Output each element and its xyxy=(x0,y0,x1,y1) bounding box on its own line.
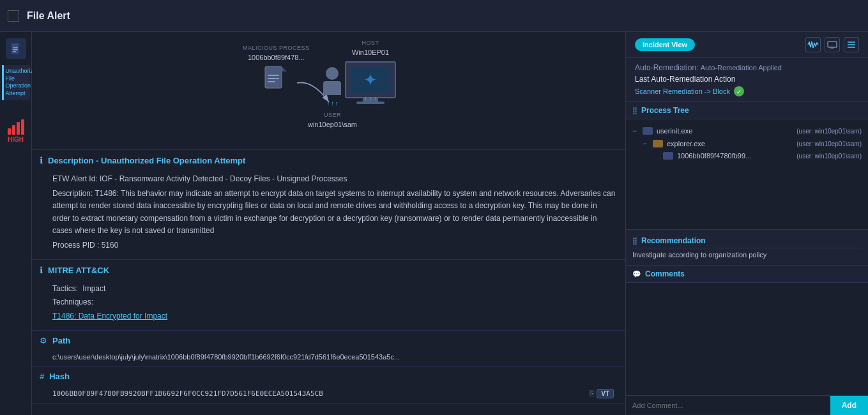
left-sidebar: Unauthorized File Operation Attempt HIGH xyxy=(0,32,32,415)
copy-icon[interactable]: ⎘ xyxy=(590,389,594,398)
malicious-process-value: 1006bb0f89f478... xyxy=(248,54,305,61)
technique-link-row: T1486: Data Encrypted for Impact xyxy=(52,310,616,322)
svg-rect-7 xyxy=(268,81,275,82)
file-document-icon xyxy=(263,64,289,96)
sidebar-alert-item[interactable]: Unauthorized File Operation Attempt xyxy=(2,65,30,100)
hash-title: Hash xyxy=(49,372,70,381)
top-header: File Alert xyxy=(0,0,868,32)
hash-value: 1006BB0F89F4780FB9920BFF1B6692F6F0CC921F… xyxy=(52,389,323,398)
svg-rect-5 xyxy=(268,75,279,76)
technique-link[interactable]: T1486: Data Encrypted for Impact xyxy=(52,312,167,321)
detail-content: ℹ Description - Unauthorized File Operat… xyxy=(32,150,625,415)
user-label: USER xyxy=(324,112,341,118)
process-diagram: MALICIOUS PROCESS 1006bb0f89f478... xyxy=(32,32,625,150)
description-body: ETW Alert Id: IOF - Ransomware Activity … xyxy=(32,170,625,259)
description-title: Description - Unauthorized File Operatio… xyxy=(48,156,245,165)
svg-rect-2 xyxy=(13,49,18,50)
svg-rect-1 xyxy=(13,47,18,49)
comments-header: 💬 Comments xyxy=(626,266,868,283)
vt-badge[interactable]: VT xyxy=(597,389,614,398)
auto-rem-value: Auto-Remediation Applied xyxy=(701,64,782,72)
explorer-name: explorer.exe xyxy=(667,140,793,147)
recommendation-text: Investigate according to organization po… xyxy=(632,248,862,261)
comments-title: Comments xyxy=(645,269,685,278)
mitre-icon: ℹ xyxy=(40,265,43,275)
tactics-label: Tactics: xyxy=(52,284,78,293)
svg-rect-0 xyxy=(11,43,19,54)
sidebar-icon-file[interactable] xyxy=(6,38,26,59)
comments-panel: 💬 Comments Add xyxy=(626,266,868,415)
add-comment-input[interactable] xyxy=(626,396,830,414)
user-value: win10ep01\sam xyxy=(308,121,357,128)
path-section: ⚙ Path c:\users\user\desktop\july\july\m… xyxy=(32,331,625,366)
middle-column: MALICIOUS PROCESS 1006bb0f89f478... xyxy=(32,32,625,415)
svg-rect-4 xyxy=(265,66,282,88)
tree-item-malicious[interactable]: 1006bb0f89f4780fb99... (user: win10ep01\… xyxy=(632,150,862,162)
last-action-label: Last Auto-Remediation Action xyxy=(635,75,859,84)
page-title: File Alert xyxy=(27,10,860,22)
comments-area xyxy=(626,283,868,395)
process-tree-icon: ⣿ xyxy=(632,107,637,115)
techniques-row: Techniques: xyxy=(52,296,616,308)
mitre-title: MITRE ATT&CK xyxy=(48,266,109,275)
svg-rect-9 xyxy=(828,42,837,47)
recommendation-icon: ⣿ xyxy=(632,237,637,245)
action-text: Scanner Remediation -> Block xyxy=(635,87,730,95)
svg-rect-6 xyxy=(268,78,279,79)
add-comment-button[interactable]: Add xyxy=(830,396,868,415)
userinit-user: (user: win10ep01\sam) xyxy=(796,128,862,135)
hash-icon: # xyxy=(40,372,44,381)
mitre-section: ℹ MITRE ATT&CK Tactics: Impact Technique… xyxy=(32,260,625,331)
svg-rect-3 xyxy=(13,51,16,52)
top-right-controls: Incident View xyxy=(626,32,868,58)
sidebar-alert-title: Unauthorized File Operation Attempt xyxy=(6,68,28,98)
comments-icon: 💬 xyxy=(632,270,641,278)
techniques-label: Techniques: xyxy=(52,298,93,306)
path-title: Path xyxy=(52,336,70,345)
tactics-value: Impact xyxy=(82,284,105,293)
process-tree-header: ⣿ Process Tree xyxy=(626,102,868,119)
description-header[interactable]: ℹ Description - Unauthorized File Operat… xyxy=(32,150,625,170)
desc-text: Description: T1486: This behavior may in… xyxy=(52,188,616,237)
recommendation-panel: ⣿ Recommendation Investigate according t… xyxy=(626,230,868,266)
tree-content: − userinit.exe (user: win10ep01\sam) − e… xyxy=(626,119,868,229)
malicious-proc-icon xyxy=(663,152,673,160)
process-tree-panel: ⣿ Process Tree − userinit.exe (user: win… xyxy=(626,102,868,230)
tree-item-userinit[interactable]: − userinit.exe (user: win10ep01\sam) xyxy=(632,124,862,137)
auto-rem-action-row: Scanner Remediation -> Block ✓ xyxy=(635,86,859,96)
recommendation-title: Recommendation xyxy=(641,236,706,245)
auto-rem-label: Auto-Remediation: xyxy=(635,63,698,72)
explorer-folder-icon xyxy=(653,140,663,147)
host-label: HOST xyxy=(362,40,379,46)
tree-collapse-explorer[interactable]: − xyxy=(643,139,649,148)
host-value: Win10EP01 xyxy=(352,49,389,56)
description-section: ℹ Description - Unauthorized File Operat… xyxy=(32,150,625,260)
explorer-user: (user: win10ep01\sam) xyxy=(796,140,862,147)
path-value: c:\users\user\desktop\july\july\matrix\1… xyxy=(32,351,625,366)
tree-collapse-userinit[interactable]: − xyxy=(632,126,639,135)
malicious-proc-name: 1006bb0f89f4780fb99... xyxy=(677,152,793,160)
mitre-header[interactable]: ℹ MITRE ATT&CK xyxy=(32,260,625,280)
list-icon-btn[interactable] xyxy=(844,37,859,52)
hash-section: # Hash 1006BB0F89F4780FB9920BFF1B6692F6F… xyxy=(32,366,625,404)
pid-line: Process PID : 5160 xyxy=(52,239,616,252)
tree-item-explorer[interactable]: − explorer.exe (user: win10ep01\sam) xyxy=(632,137,862,150)
userinit-name: userinit.exe xyxy=(657,127,793,135)
etw-line: ETW Alert Id: IOF - Ransomware Activity … xyxy=(52,173,616,185)
waveform-icon-btn[interactable] xyxy=(805,37,821,52)
auto-rem-title: Auto-Remediation: Auto-Remediation Appli… xyxy=(635,63,859,72)
auto-remediation-panel: Auto-Remediation: Auto-Remediation Appli… xyxy=(626,58,868,102)
hash-row: 1006BB0F89F4780FB9920BFF1B6692F6F0CC921F… xyxy=(32,386,625,404)
malicious-process-label: MALICIOUS PROCESS xyxy=(243,45,310,51)
header-checkbox[interactable] xyxy=(8,10,19,22)
monitor-icon-btn[interactable] xyxy=(825,37,840,52)
tactics-row: Tactics: Impact xyxy=(52,283,616,295)
view-control-icons xyxy=(805,37,859,52)
path-header: ⚙ Path xyxy=(32,331,625,351)
hash-header: # Hash xyxy=(32,366,625,386)
incident-view-button[interactable]: Incident View xyxy=(635,38,695,51)
user-node: ↑ ↑ ↑ USER win10ep01\sam xyxy=(308,67,357,128)
green-check-icon: ✓ xyxy=(734,86,744,96)
severity-badge: HIGH xyxy=(8,119,24,143)
severity-label: HIGH xyxy=(8,136,24,143)
